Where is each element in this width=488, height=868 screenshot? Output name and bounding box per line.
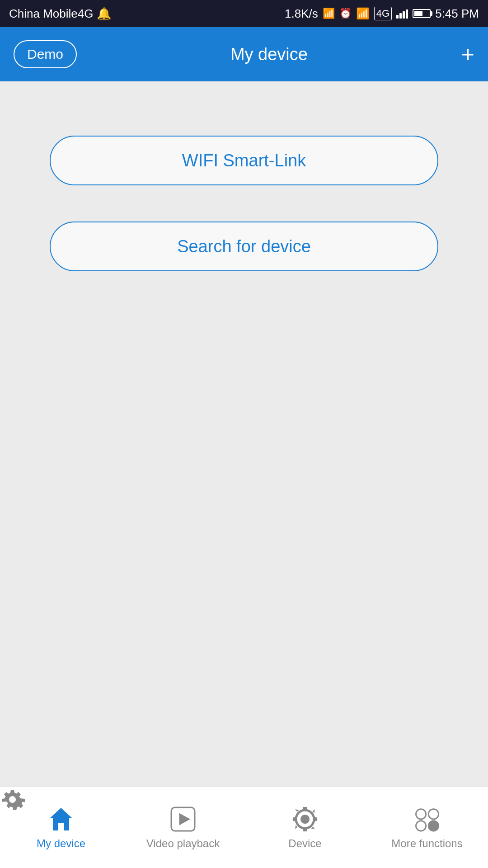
svg-marker-0 [50,808,72,830]
status-bar-right: 1.8K/s 📶 ⏰ 📶 4G 5:45 PM [285,7,479,21]
time-display: 5:45 PM [435,7,479,21]
nav-item-device[interactable]: Device [244,806,366,850]
nav-label-more-functions: More functions [391,837,462,850]
wifi-icon: 📶 [356,7,370,20]
header: Demo My device + [0,27,488,81]
svg-point-4 [416,809,426,819]
nav-label-video-playback: Video playback [146,837,220,850]
status-bar-left: China Mobile4G 🔔 [9,7,111,21]
svg-point-7 [428,821,438,830]
home-icon [47,806,75,833]
add-device-button[interactable]: + [461,43,474,66]
search-device-button[interactable]: Search for device [50,222,438,271]
wifi-smart-link-button[interactable]: WIFI Smart-Link [50,136,438,185]
signal-strength-icon [396,9,408,19]
carrier-text: China Mobile4G [9,7,93,21]
4g-badge: 4G [374,7,392,20]
svg-marker-2 [180,814,189,824]
status-bar: China Mobile4G 🔔 1.8K/s 📶 ⏰ 📶 4G 5:45 PM [0,0,488,27]
battery-icon [413,9,431,18]
notification-icon: 🔔 [97,7,111,21]
more-functions-icon [411,806,443,833]
svg-point-3 [301,816,309,823]
svg-point-6 [416,821,426,830]
nav-item-more-functions[interactable]: More functions [366,806,488,850]
nav-item-video-playback[interactable]: Video playback [122,806,244,850]
device-icon [289,806,321,833]
demo-button[interactable]: Demo [14,40,77,68]
nav-label-device: Device [288,837,321,850]
nav-label-my-device: My device [37,837,85,850]
bottom-nav: My device Video playback [0,787,488,868]
video-playback-icon [167,806,199,833]
clock-icon: ⏰ [339,8,352,19]
network-speed: 1.8K/s [285,7,318,21]
page-title: My device [230,45,308,64]
sim-icon: 📶 [323,8,335,19]
main-content: WIFI Smart-Link Search for device [0,81,488,787]
svg-point-5 [428,809,438,819]
